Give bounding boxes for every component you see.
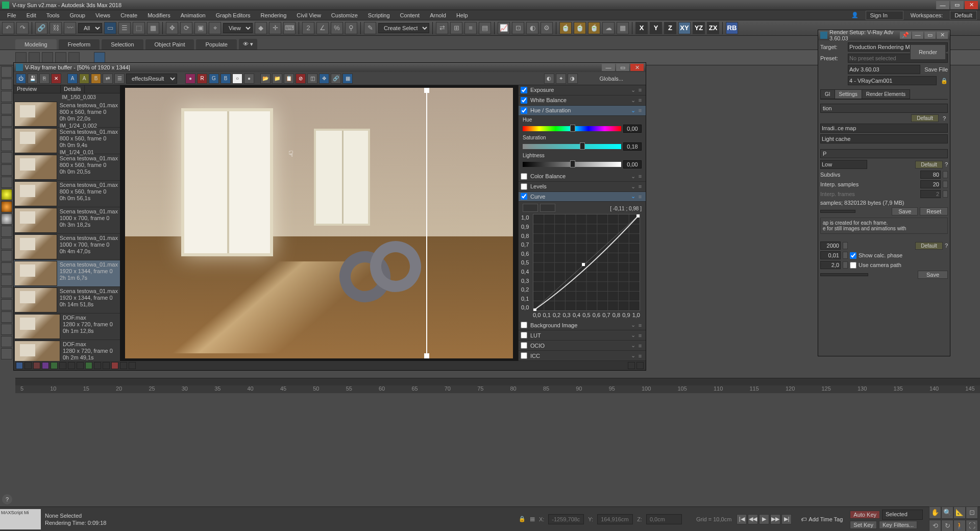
vfb-clipboard-button[interactable]: 📋 [284, 74, 294, 84]
vfb-power-button[interactable]: ⏻ [16, 74, 26, 84]
material-editor-button[interactable]: ◐ [526, 22, 538, 34]
keymode-dropdown[interactable]: Selected [882, 510, 923, 520]
hue-value[interactable]: 0,00 [623, 125, 642, 133]
ribbon-tab-populate[interactable]: Populate [196, 39, 236, 50]
lp-btn-3[interactable] [1, 91, 12, 102]
named-sel-dropdown[interactable]: Create Selection Se [378, 23, 429, 33]
rs-pin-button[interactable]: 📌 [900, 32, 911, 39]
axis-zx-button[interactable]: ZX [707, 22, 719, 34]
rotate-button[interactable]: ⟳ [180, 22, 192, 34]
help-button[interactable]: ? [2, 494, 12, 504]
history-item[interactable]: Scena testowa_01.max800 x 560, frame 00h… [14, 181, 120, 207]
axis-z-button[interactable]: Z [664, 22, 676, 34]
lp-btn-sphere[interactable] [1, 213, 12, 225]
vfb-save-button[interactable]: 💾 [28, 74, 38, 84]
lp-btn-sun[interactable] [1, 189, 12, 200]
play-button[interactable]: ▶ [759, 514, 769, 524]
cc-menu-icon[interactable]: ≡ [636, 87, 644, 93]
history-item[interactable]: Scena testowa_01.max800 x 560, frame 00h… [14, 154, 120, 181]
rs-interp-val[interactable]: 20 [920, 180, 941, 188]
vfb-mono-button[interactable]: ● [244, 74, 254, 84]
menu-tools[interactable]: Tools [42, 11, 64, 19]
vfb-sb-12[interactable] [111, 362, 118, 369]
rs-low-dropdown[interactable]: Low [820, 160, 867, 169]
rs-mode2-dropdown[interactable] [820, 273, 868, 276]
menu-modifiers[interactable]: Modifiers [143, 11, 175, 19]
vfb-sb-5[interactable] [51, 362, 58, 369]
vfb-titlebar[interactable]: V-Ray frame buffer - [50% of 1920 x 1344… [14, 63, 646, 72]
lp-btn-6[interactable] [1, 128, 12, 139]
refcoord-dropdown[interactable]: View [223, 23, 253, 33]
vfb-sb-7[interactable] [68, 362, 75, 369]
unlink-button[interactable]: ⛓ [50, 22, 62, 34]
pivot-button[interactable]: ◆ [255, 22, 267, 34]
menu-file[interactable]: File [3, 11, 20, 19]
prev-frame-button[interactable]: ◀◀ [748, 514, 758, 524]
nav-maximize-button[interactable]: ⛶ [966, 520, 978, 532]
menu-views[interactable]: Views [91, 11, 114, 19]
vfb-denoise-button[interactable]: ◑ [568, 74, 578, 84]
history-item[interactable]: Scena testowa_01.max800 x 560, frame 00h… [14, 101, 120, 128]
rb-button[interactable]: RB [726, 22, 738, 34]
lp-btn-24[interactable] [1, 348, 12, 359]
rs-tab-gi[interactable]: GI [820, 89, 835, 99]
lp-btn-22[interactable] [1, 324, 12, 335]
rs-section-hdr[interactable]: tion [820, 104, 948, 113]
rs-default-btn-2[interactable]: Default [915, 161, 943, 168]
vfb-close-button[interactable]: ✕ [630, 64, 644, 71]
menu-animation[interactable]: Animation [177, 11, 210, 19]
cc-lut-check[interactable] [521, 332, 527, 339]
lock-selection-icon[interactable]: 🔒 [519, 516, 526, 522]
lp-btn-23[interactable] [1, 336, 12, 347]
vfb-a2-channel-button[interactable]: A [79, 74, 89, 84]
ribbon-tab-objectpaint[interactable]: Object Paint [145, 39, 194, 50]
rs-view-dropdown[interactable]: 4 - VRayCam001 [848, 76, 937, 85]
nav-zoomext-button[interactable]: ⊡ [966, 506, 978, 519]
cc-expand-icon[interactable]: ⌄ [629, 87, 636, 93]
lp-btn-18[interactable] [1, 275, 12, 286]
axis-x-button[interactable]: X [635, 22, 648, 34]
rendered-frame-button[interactable]: ▦ [617, 22, 629, 34]
menu-scripting[interactable]: Scripting [364, 11, 394, 19]
lp-btn-7[interactable] [1, 140, 12, 151]
placement-button[interactable]: ⌖ [209, 22, 221, 34]
undo-button[interactable]: ↶ [2, 22, 14, 34]
next-frame-button[interactable]: ▶▶ [770, 514, 780, 524]
render-iter-button[interactable]: 🍵 [588, 22, 600, 34]
lp-btn-19[interactable] [1, 287, 12, 298]
ribbon-tab-modeling[interactable]: Modeling [15, 39, 57, 50]
history-item[interactable]: Scena testowa_01.max1920 x 1344, frame 0… [14, 287, 120, 313]
y-input[interactable] [597, 514, 633, 524]
history-item[interactable]: Scena testowa_01.max1920 x 1344, frame 0… [14, 260, 120, 287]
lp-btn-16[interactable] [1, 250, 12, 261]
vfb-maximize-button[interactable]: ▭ [616, 64, 629, 71]
history-item[interactable]: Scena testowa_01.max1000 x 700, frame 00… [14, 207, 120, 234]
lock-icon[interactable]: 🔒 [941, 78, 948, 84]
rs-render-button[interactable]: Render [910, 44, 946, 60]
menu-content[interactable]: Content [396, 11, 424, 19]
rs-lightcache-dropdown[interactable]: Light cache [820, 134, 948, 143]
xform-icon[interactable]: ▦ [530, 516, 535, 522]
vfb-sb-11[interactable] [103, 362, 110, 369]
add-time-tag[interactable]: Add Time Tag [808, 516, 843, 522]
rs-2000-val[interactable]: 2000 [820, 242, 841, 250]
time-tag-icon[interactable]: 🏷 [801, 516, 806, 522]
rs-minimize-button[interactable]: — [912, 32, 923, 39]
lp-btn-10[interactable] [1, 177, 12, 188]
curve-editor-button[interactable]: 📈 [498, 22, 510, 34]
vfb-red-button[interactable]: R [197, 74, 207, 84]
history-item[interactable]: Scena testowa_01.max800 x 560, frame 00h… [14, 128, 120, 154]
menu-help[interactable]: Help [452, 11, 472, 19]
x-input[interactable] [548, 514, 584, 524]
ribbon-btn-5[interactable] [68, 52, 80, 63]
rs-20-val[interactable]: 2,0 [820, 261, 841, 269]
rs-tab-settings[interactable]: Settings [835, 89, 862, 99]
vfb-track-button[interactable]: ✥ [319, 74, 329, 84]
curve-editor[interactable]: 1,00,90,80,70,60,50,40,30,20,10,0 [533, 214, 640, 311]
light-slider[interactable] [523, 162, 621, 167]
vfb-bloom-button[interactable]: ✦ [556, 74, 566, 84]
vfb-channel-dropdown[interactable]: effectsResult [126, 74, 177, 84]
history-item[interactable]: Scena testowa_01.max1000 x 700, frame 00… [14, 234, 120, 260]
rs-close-button[interactable]: ✕ [937, 32, 948, 39]
a360-button[interactable]: ☁ [602, 22, 615, 34]
